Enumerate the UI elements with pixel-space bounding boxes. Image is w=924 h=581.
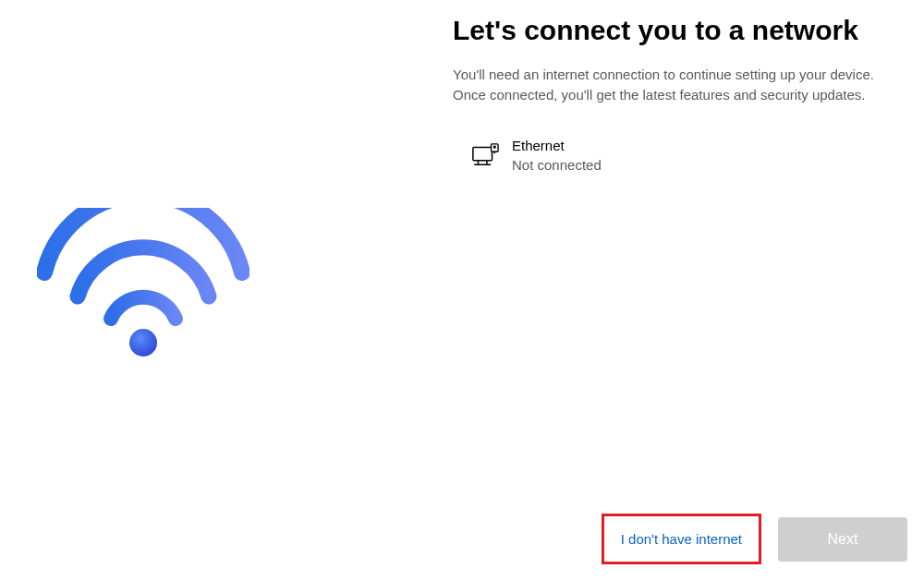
svg-rect-1 [473,147,492,160]
wifi-illustration [37,208,249,365]
svg-point-0 [129,329,157,357]
ethernet-icon [471,141,499,169]
network-status: Not connected [512,155,602,175]
no-internet-button[interactable]: I don't have internet [606,518,757,560]
next-button[interactable]: Next [778,517,907,562]
network-name: Ethernet [512,136,602,155]
footer-actions: I don't have internet Next [602,514,907,564]
network-item-ethernet[interactable]: Ethernet Not connected [453,134,901,176]
page-title: Let's connect you to a network [453,13,901,48]
svg-rect-6 [493,145,496,148]
page-description: You'll need an internet connection to co… [453,65,896,106]
network-list: Ethernet Not connected [453,134,901,176]
annotation-highlight: I don't have internet [602,514,761,564]
